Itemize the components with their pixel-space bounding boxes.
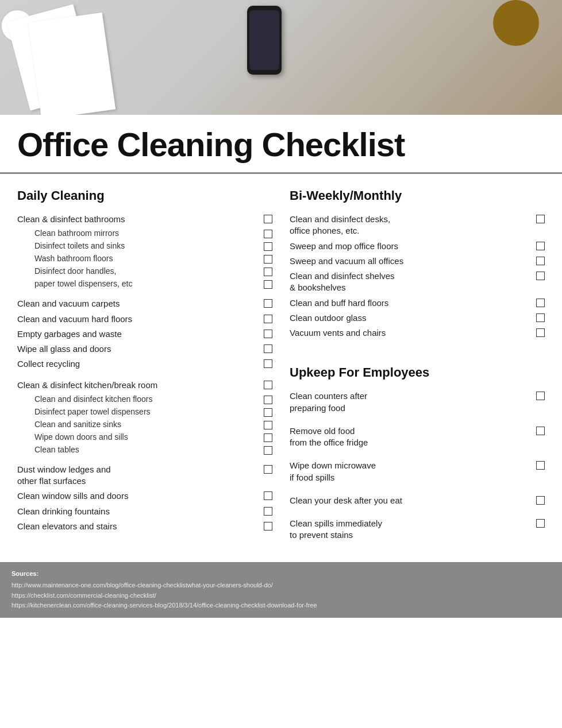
list-item: Clean & disinfect bathrooms: [17, 214, 272, 225]
checkbox[interactable]: [264, 446, 272, 455]
checkbox[interactable]: [536, 427, 545, 435]
list-item: Clean drinking fountains: [17, 506, 272, 517]
list-item: Clean and disinfect desks,office phones,…: [290, 214, 545, 237]
item-label: Wipe down doors and sills: [34, 432, 264, 442]
daily-cleaning-column: Daily Cleaning Clean & disinfect bathroo…: [17, 188, 272, 551]
checkbox[interactable]: [264, 230, 272, 238]
list-item: Clean and buff hard floors: [290, 297, 545, 309]
checkbox[interactable]: [536, 257, 545, 265]
other-items-group: Dust window ledges andother flat surface…: [17, 464, 272, 532]
biweekly-section-title: Bi-Weekly/Monthly: [290, 188, 545, 203]
checkbox[interactable]: [536, 272, 545, 280]
item-label: Clean & disinfect kitchen/break room: [17, 380, 264, 391]
item-label: Clean tables: [34, 445, 264, 454]
checkbox[interactable]: [264, 421, 272, 429]
list-item: Wipe down doors and sills: [34, 432, 272, 442]
checkbox[interactable]: [264, 330, 272, 338]
item-label: Empty garbages and waste: [17, 328, 264, 340]
list-item: Clean & disinfect kitchen/break room: [17, 380, 272, 391]
item-label: Clean window sills and doors: [17, 490, 264, 502]
checkbox[interactable]: [264, 255, 272, 264]
list-item: Collect recycling: [17, 358, 272, 370]
list-item: Sweep and vacuum all offices: [290, 255, 545, 267]
list-item: Clean spills immediatelyto prevent stain…: [290, 518, 545, 541]
header-image: [0, 0, 562, 115]
list-item: Clean and vacuum hard floors: [17, 313, 272, 325]
item-label: Sweep and vacuum all offices: [290, 255, 536, 267]
checkbox[interactable]: [264, 344, 272, 353]
checkbox[interactable]: [536, 313, 545, 322]
checkbox[interactable]: [264, 396, 272, 404]
checkbox[interactable]: [264, 408, 272, 417]
checkbox[interactable]: [264, 465, 272, 474]
item-label: Collect recycling: [17, 358, 264, 370]
list-item: Vacuum vents and chairs: [290, 327, 545, 339]
item-label: Disinfect door handles,: [34, 266, 264, 276]
item-label: Clean bathroom mirrors: [34, 229, 264, 238]
list-item: Clean and disinfect shelves& bookshelves: [290, 270, 545, 294]
footer-sources-label: Sources:: [11, 569, 551, 579]
item-label: Clean spills immediatelyto prevent stain…: [290, 518, 536, 541]
checkbox[interactable]: [536, 242, 545, 250]
list-item: Clean outdoor glass: [290, 312, 545, 324]
checkbox[interactable]: [536, 519, 545, 528]
checkbox[interactable]: [264, 491, 272, 500]
checkbox[interactable]: [264, 280, 272, 289]
list-item: Empty garbages and waste: [17, 328, 272, 340]
footer-link-2: https://checklist.com/commercial-cleanin…: [11, 591, 551, 601]
item-label: Clean and vacuum carpets: [17, 298, 264, 309]
checkbox[interactable]: [264, 315, 272, 323]
paper-2: [28, 13, 116, 115]
kitchen-group: Clean & disinfect kitchen/break room Cle…: [17, 380, 272, 455]
list-item: paper towel dispensers, etc: [34, 279, 272, 289]
right-column: Bi-Weekly/Monthly Clean and disinfect de…: [290, 188, 545, 551]
daily-section-title: Daily Cleaning: [17, 188, 272, 203]
item-label: Wipe all glass and doors: [17, 343, 264, 355]
footer: Sources: http://www.maintenance-one.com/…: [0, 562, 562, 618]
checkbox[interactable]: [264, 507, 272, 516]
checkbox[interactable]: [264, 359, 272, 368]
checkbox[interactable]: [536, 215, 545, 223]
item-label: Clean and vacuum hard floors: [17, 313, 264, 325]
checkbox[interactable]: [264, 215, 272, 223]
item-label: Dust window ledges andother flat surface…: [17, 464, 264, 487]
list-item: Clean and vacuum carpets: [17, 298, 272, 309]
checkbox[interactable]: [536, 496, 545, 505]
item-label: Clean and sanitize sinks: [34, 420, 264, 429]
checkbox[interactable]: [264, 299, 272, 308]
item-label: Clean & disinfect bathrooms: [17, 214, 264, 225]
item-label: Disinfect toilets and sinks: [34, 241, 264, 250]
checkbox[interactable]: [264, 242, 272, 251]
list-item: Dust window ledges andother flat surface…: [17, 464, 272, 487]
item-label: Clean and disinfect shelves& bookshelves: [290, 270, 536, 294]
checkbox[interactable]: [264, 522, 272, 530]
page-title: Office Cleaning Checklist: [17, 125, 545, 164]
list-item: Remove old foodfrom the office fridge: [290, 425, 545, 449]
main-content: Daily Cleaning Clean & disinfect bathroo…: [0, 174, 562, 562]
list-item: Wipe all glass and doors: [17, 343, 272, 355]
standalone-group: Clean and vacuum carpets Clean and vacuu…: [17, 298, 272, 370]
item-label: Wipe down microwaveif food spills: [290, 460, 536, 483]
checkbox[interactable]: [264, 433, 272, 442]
list-item: Clean and sanitize sinks: [34, 420, 272, 429]
checkbox[interactable]: [536, 392, 545, 400]
item-label: Clean and disinfect desks,office phones,…: [290, 214, 536, 237]
list-item: Sweep and mop office floors: [290, 241, 545, 252]
checkbox[interactable]: [264, 381, 272, 389]
item-label: Clean and disinfect kitchen floors: [34, 394, 264, 404]
list-item: Disinfect toilets and sinks: [34, 241, 272, 251]
item-label: Wash bathroom floors: [34, 254, 264, 263]
item-label: Vacuum vents and chairs: [290, 327, 536, 339]
footer-link-3: https://kitchenerclean.com/office-cleani…: [11, 601, 551, 611]
checkbox[interactable]: [536, 461, 545, 470]
checkbox[interactable]: [536, 328, 545, 337]
checkbox[interactable]: [536, 299, 545, 307]
list-item: Clean window sills and doors: [17, 490, 272, 502]
upkeep-section-title: Upkeep For Employees: [290, 365, 545, 380]
list-item: Disinfect paper towel dispensers: [34, 407, 272, 417]
kitchen-sub-items: Clean and disinfect kitchen floors Disin…: [34, 394, 272, 455]
item-label: Clean counters afterpreparing food: [290, 390, 536, 414]
checkbox[interactable]: [264, 268, 272, 276]
biweekly-group: Clean and disinfect desks,office phones,…: [290, 214, 545, 339]
item-label: Clean and buff hard floors: [290, 297, 536, 309]
